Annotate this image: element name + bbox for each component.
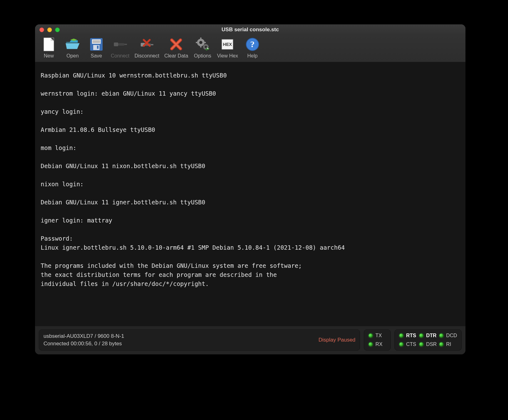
dcd-led [439, 333, 444, 338]
connect-label: Connect [111, 53, 130, 59]
rts-led[interactable] [399, 333, 404, 338]
svg-text:?: ? [250, 39, 255, 49]
status-info-panel: usbserial-AU03XLD7 / 9600 8-N-1 Connecte… [39, 329, 360, 351]
rts-label: RTS [406, 333, 417, 338]
ri-led [439, 342, 444, 347]
save-button[interactable]: Save [87, 37, 106, 59]
svg-rect-24 [204, 42, 206, 43]
dsr-label: DSR [426, 342, 437, 347]
display-state: Display Paused [318, 337, 355, 343]
svg-rect-12 [151, 44, 153, 45]
svg-rect-9 [124, 44, 127, 45]
ri-label: RI [446, 342, 457, 347]
svg-rect-22 [200, 46, 201, 48]
disconnect-button[interactable]: Disconnect [135, 37, 159, 59]
statusbar: usbserial-AU03XLD7 / 9600 8-N-1 Connecte… [35, 326, 465, 354]
help-button[interactable]: ? Help [243, 37, 262, 59]
cts-led [399, 342, 404, 347]
help-label: Help [247, 53, 257, 59]
save-label: Save [91, 53, 102, 59]
svg-rect-4 [93, 42, 100, 42]
dcd-label: DCD [446, 333, 457, 338]
tx-label: TX [375, 333, 386, 338]
new-file-icon [41, 37, 56, 52]
open-label: Open [66, 53, 79, 59]
dtr-led[interactable] [419, 333, 424, 338]
dsr-led [419, 342, 424, 347]
svg-rect-6 [97, 46, 99, 49]
minimize-button[interactable] [47, 28, 52, 32]
open-button[interactable]: Open [63, 37, 82, 59]
tx-led [368, 333, 373, 338]
clear-data-button[interactable]: Clear Data [164, 37, 188, 59]
hex-icon: HEX [220, 37, 235, 52]
usb-connect-icon [113, 37, 128, 52]
rx-led [368, 342, 373, 347]
help-icon: ? [245, 37, 260, 52]
connection-stats-line: Connected 00:00:56, 0 / 28 bytes [43, 340, 124, 348]
control-led-panel: RTS DTR DCD CTS DSR RI [394, 329, 462, 351]
app-window: USB serial console.stc New Open [35, 24, 465, 354]
toolbar: New Open [35, 35, 465, 62]
svg-rect-23 [196, 42, 198, 43]
svg-text:HEX: HEX [223, 42, 232, 47]
port-settings-line: usbserial-AU03XLD7 / 9600 8-N-1 [43, 332, 124, 340]
connect-button: Connect [111, 37, 130, 59]
svg-rect-7 [114, 42, 118, 46]
window-title: USB serial console.stc [35, 27, 465, 33]
txrx-led-panel: TX RX [364, 329, 391, 351]
disconnect-label: Disconnect [135, 53, 159, 59]
cts-label: CTS [406, 342, 417, 347]
view-hex-button[interactable]: HEX View Hex [217, 37, 238, 59]
gear-icon [195, 37, 210, 52]
usb-disconnect-icon [140, 37, 155, 52]
clear-x-icon [169, 37, 184, 52]
svg-point-26 [205, 46, 207, 48]
traffic-lights [39, 28, 60, 32]
svg-rect-3 [93, 41, 100, 41]
options-button[interactable]: Options [193, 37, 212, 59]
open-folder-icon [65, 37, 80, 52]
view-hex-label: View Hex [217, 53, 238, 59]
svg-point-20 [199, 41, 202, 44]
svg-rect-21 [200, 38, 201, 39]
zoom-button[interactable] [55, 28, 60, 32]
options-label: Options [194, 53, 211, 59]
rx-label: RX [375, 342, 386, 347]
console-output[interactable]: Raspbian GNU/Linux 10 wernstrom.bottlebr… [35, 62, 465, 326]
clear-data-label: Clear Data [164, 53, 188, 59]
save-floppy-icon [89, 37, 104, 52]
new-button[interactable]: New [39, 37, 58, 59]
close-button[interactable] [39, 28, 44, 32]
connection-info: usbserial-AU03XLD7 / 9600 8-N-1 Connecte… [43, 332, 124, 348]
dtr-label: DTR [426, 333, 437, 338]
new-label: New [44, 53, 54, 59]
svg-rect-8 [118, 43, 124, 46]
titlebar: USB serial console.stc [35, 24, 465, 35]
svg-rect-2 [92, 39, 101, 44]
